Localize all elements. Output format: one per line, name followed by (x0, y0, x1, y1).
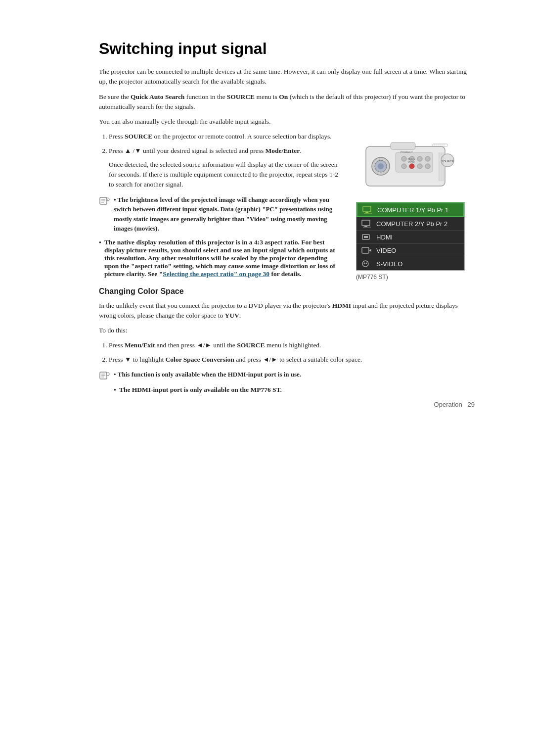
color-space-para2: To do this: (99, 326, 475, 335)
source-label-svideo: S-VIDEO (376, 260, 402, 268)
svg-point-12 (401, 156, 406, 161)
svg-point-14 (417, 156, 422, 161)
bold-color-space: Color Space Conversion (166, 356, 234, 363)
bold-on: On (279, 93, 288, 100)
note-icon-3 (99, 370, 110, 381)
bold-mode-enter: Mode/Enter (266, 147, 300, 154)
svg-point-9 (378, 163, 384, 169)
svg-text:ENTER: ENTER (408, 161, 415, 163)
computer1-icon (362, 206, 373, 214)
step-2: Press ▲ /▼ until your desired signal is … (109, 146, 341, 190)
svg-rect-44 (362, 247, 369, 253)
source-item-computer2: COMPUTER 2/Y Pb Pr 2 (356, 217, 464, 231)
intro-para-1: The projector can be connected to multip… (99, 67, 475, 87)
content-area: Press SOURCE on the projector or remote … (99, 132, 475, 282)
note-text-3: • This function is only available when t… (114, 370, 301, 379)
source-label-video: VIDEO (376, 247, 396, 254)
svg-point-53 (106, 373, 109, 376)
svg-point-19 (425, 164, 430, 169)
section-title-changing: Changing Color Space (99, 287, 475, 296)
bold-menu-exit: Menu/Exit (125, 341, 155, 349)
bullet-block-2: • The native display resolution of this … (99, 238, 341, 278)
svg-text:EXIT: EXIT (407, 150, 413, 153)
note-block-3: • This function is only available when t… (99, 370, 475, 381)
svg-rect-39 (362, 220, 370, 226)
note4-bold: The HDMI-input port is only available on… (119, 386, 282, 393)
changing-color-space-section: Changing Color Space In the unlikely eve… (99, 287, 475, 394)
projector-illustration: SOURCE PROJ EXIT MODE ENTER (356, 132, 470, 196)
svg-point-17 (409, 164, 414, 169)
note-text-4: The HDMI-input port is only available on… (119, 386, 282, 394)
hdmi-icon (361, 233, 372, 241)
cs-step-1: Press Menu/Exit and then press ◄/► until… (109, 340, 475, 350)
cs-step-2: Press ▼ to highlight Color Space Convers… (109, 355, 475, 365)
step-2-extra: Once detected, the selected source infor… (109, 160, 341, 190)
color-space-para1: In the unlikely event that you connect t… (99, 301, 475, 321)
svg-rect-43 (364, 236, 368, 238)
bold-yuv: YUV (225, 312, 239, 319)
intro-para-2: Be sure the Quick Auto Search function i… (99, 92, 475, 112)
page-title: Switching input signal (99, 40, 475, 58)
bold-source-1: SOURCE (227, 93, 255, 100)
bold-quick-auto-search: Quick Auto Search (131, 93, 184, 100)
selecting-link[interactable]: Selecting the aspect ratio" on page 30 (163, 270, 269, 278)
svg-point-48 (366, 263, 367, 264)
source-label-computer2: COMPUTER 2/Y Pb Pr 2 (376, 220, 447, 228)
note-icon-1: i (99, 195, 110, 206)
source-item-video: VIDEO (356, 244, 464, 257)
intro-para-3: You can also manually cycle through the … (99, 117, 475, 127)
bold-source-step1: SOURCE (125, 133, 152, 140)
svg-point-18 (417, 164, 422, 169)
svg-point-15 (425, 156, 430, 161)
note-block-1: i • The brightness level of the projecte… (99, 195, 341, 234)
svg-rect-10 (391, 142, 415, 149)
page-footer: Operation 29 (434, 401, 475, 408)
right-column: SOURCE PROJ EXIT MODE ENTER (356, 132, 475, 282)
source-item-computer1: COMPUTER 1/Y Pb Pr 1 (356, 202, 464, 217)
source-label-hdmi: HDMI (376, 234, 393, 241)
note-text-1: • The brightness level of the projected … (114, 195, 341, 234)
note-text-2: The native display resolution of this pr… (104, 238, 341, 278)
page-content: Switching input signal The projector can… (0, 0, 534, 438)
bullet-4-sym: • (114, 386, 116, 394)
bullet-block-4: • The HDMI-input port is only available … (114, 386, 475, 394)
footer-page-num: 29 (468, 401, 475, 408)
left-column: Press SOURCE on the projector or remote … (99, 132, 341, 282)
footer-text: Operation (434, 401, 462, 408)
bullet-2-sym: • (99, 239, 101, 247)
source-item-hdmi: HDMI (356, 231, 464, 244)
svg-text:MODE: MODE (408, 157, 416, 160)
svg-rect-36 (363, 206, 371, 212)
video-icon (361, 246, 372, 254)
source-menu: COMPUTER 1/Y Pb Pr 1 COMPUTER 2/Y Pb Pr … (356, 202, 465, 271)
note1-bullet: • (114, 196, 116, 203)
bold-hdmi-cs: HDMI (332, 302, 351, 309)
steps-list: Press SOURCE on the projector or remote … (109, 132, 341, 189)
svg-point-16 (401, 164, 406, 169)
svg-text:PROJ: PROJ (400, 150, 407, 153)
step-1: Press SOURCE on the projector or remote … (109, 132, 341, 142)
note3-bold: This function is only available when the… (118, 371, 301, 378)
computer2-icon (361, 220, 372, 228)
source-label-computer1: COMPUTER 1/Y Pb Pr 1 (377, 206, 448, 214)
source-item-svideo: S-VIDEO (356, 257, 464, 270)
color-space-steps: Press Menu/Exit and then press ◄/► until… (109, 340, 475, 365)
svg-point-47 (364, 263, 365, 264)
bold-source-cs: SOURCE (237, 341, 265, 349)
source-caption: (MP776 ST) (356, 274, 475, 281)
svg-point-46 (362, 261, 368, 267)
svideo-icon (361, 260, 372, 268)
